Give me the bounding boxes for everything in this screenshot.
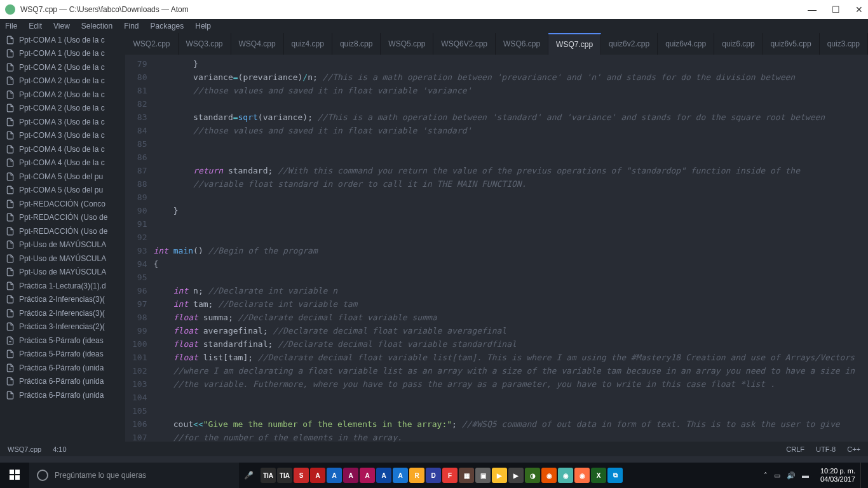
tree-item[interactable]: Ppt-Uso de MAYÚSCULA (0, 266, 125, 280)
tree-item-label: Ppt-Uso de MAYÚSCULA (19, 268, 106, 276)
tree-item[interactable]: Ppt-Uso de MAYÚSCULA (0, 238, 125, 252)
tab-quiz6-cpp[interactable]: quiz6.cpp (714, 33, 763, 55)
status-file[interactable]: WSQ7.cpp (8, 445, 41, 453)
system-tray[interactable]: ˄ ▭ 🔊 ▬ (757, 471, 815, 480)
taskbar-app-icon[interactable]: D (426, 468, 441, 483)
tree-item[interactable]: Práctica 6-Párrafo (unida (0, 361, 125, 375)
tree-item[interactable]: Ppt-REDACCIÓN (Uso de (0, 224, 125, 238)
tree-item[interactable]: Ppt-COMA 5 (Uso del pu (0, 184, 125, 198)
tree-item[interactable]: Práctica 3-Inferencias(2)( (0, 320, 125, 334)
code-content[interactable]: } variance=(prevariance)/n; //This is a … (153, 55, 868, 442)
menu-packages[interactable]: Packages (151, 22, 184, 30)
tree-item[interactable]: Ppt-COMA 3 (Uso de la c (0, 129, 125, 143)
status-cursor-position[interactable]: 4:10 (53, 445, 66, 453)
taskbar-app-icon[interactable]: A (360, 468, 375, 483)
status-encoding[interactable]: UTF-8 (816, 445, 836, 453)
taskbar-app-icon[interactable]: A (376, 468, 391, 483)
tab-quiz6v2-cpp[interactable]: quiz6v2.cpp (601, 33, 658, 55)
status-eol[interactable]: CRLF (786, 445, 804, 453)
tree-item[interactable]: Ppt-REDACCIÓN (Uso de (0, 211, 125, 225)
file-tree-sidebar[interactable]: Ppt-COMA 1 (Uso de la cPpt-COMA 1 (Uso d… (0, 33, 125, 442)
taskbar-app-icon[interactable]: A (343, 468, 358, 483)
tree-item[interactable]: Práctica 5-Párrafo (ideas (0, 334, 125, 348)
tree-item[interactable]: Práctica 6-Párrafo (unida (0, 388, 125, 402)
file-icon (5, 295, 15, 304)
maximize-button[interactable]: ☐ (832, 4, 840, 15)
taskbar-app-icon[interactable]: A (310, 468, 325, 483)
taskbar-clock[interactable]: 10:20 p. m. 04/03/2017 (815, 467, 860, 484)
tab-WSQ2-cpp[interactable]: WSQ2.cpp (125, 33, 178, 55)
tab-quiz6v4-cpp[interactable]: quiz6v4.cpp (658, 33, 714, 55)
tree-item[interactable]: Ppt-REDACCIÓN (Conco (0, 197, 125, 211)
menu-selection[interactable]: Selection (81, 22, 112, 30)
tree-item[interactable]: Práctica 2-Inferencias(3)( (0, 306, 125, 320)
minimize-button[interactable]: — (808, 4, 817, 15)
tree-item[interactable]: Ppt-COMA 2 (Uso de la c (0, 74, 125, 88)
tree-item[interactable]: Práctica 1-Lectura(3)(1).d (0, 279, 125, 293)
taskbar-app-icon[interactable]: ◉ (541, 468, 557, 483)
menu-help[interactable]: Help (195, 22, 211, 30)
atom-logo-icon (5, 4, 15, 15)
tree-item-label: Práctica 6-Párrafo (unida (19, 377, 104, 386)
tab-quiz3-cpp[interactable]: quiz3.cpp (820, 33, 868, 55)
taskbar-app-icon[interactable]: R (409, 468, 424, 483)
tab-WSQ4-cpp[interactable]: WSQ4.cpp (231, 33, 284, 55)
cortana-search[interactable]: Pregúntame lo que quieras (29, 463, 239, 488)
start-button[interactable] (0, 463, 29, 488)
mic-icon[interactable]: 🎤 (239, 471, 258, 480)
tree-item[interactable]: Ppt-COMA 1 (Uso de la c (0, 33, 125, 47)
tray-battery-icon[interactable]: ▬ (802, 471, 809, 479)
tab-quiz4-cpp[interactable]: quiz4.cpp (284, 33, 332, 55)
menu-edit[interactable]: Edit (29, 22, 42, 30)
tray-network-icon[interactable]: ▭ (774, 471, 780, 480)
file-icon (5, 240, 15, 249)
tree-item[interactable]: Ppt-COMA 4 (Uso de la c (0, 156, 125, 170)
taskbar-app-icon[interactable]: ⧉ (607, 468, 623, 483)
tree-item[interactable]: Ppt-COMA 2 (Uso de la c (0, 102, 125, 116)
taskbar-app-icon[interactable]: X (591, 468, 606, 483)
file-icon (5, 158, 15, 167)
taskbar-app-icon[interactable]: ◑ (525, 468, 540, 483)
tab-WSQ6V2-cpp[interactable]: WSQ6V2.cpp (433, 33, 496, 55)
tab-quiz6v5-cpp[interactable]: quiz6v5.cpp (763, 33, 820, 55)
tab-quiz8-cpp[interactable]: quiz8.cpp (332, 33, 381, 55)
status-language[interactable]: C++ (847, 445, 860, 453)
tree-item[interactable]: Ppt-COMA 5 (Uso del pu (0, 170, 125, 184)
tree-item-label: Ppt-COMA 1 (Uso de la c (19, 49, 105, 58)
tab-WSQ3-cpp[interactable]: WSQ3.cpp (179, 33, 231, 55)
tree-item[interactable]: Ppt-COMA 2 (Uso de la c (0, 60, 125, 74)
file-icon (5, 349, 15, 358)
taskbar-app-icon[interactable]: ▶ (492, 468, 507, 483)
tree-item[interactable]: Ppt-COMA 4 (Uso de la c (0, 142, 125, 156)
tree-item[interactable]: Práctica 5-Párrafo (ideas (0, 348, 125, 362)
tree-item[interactable]: Práctica 2-Inferencias(3)( (0, 293, 125, 307)
code-area[interactable]: 7980818283848586878889909192939495969798… (125, 55, 868, 442)
taskbar-app-icon[interactable]: F (442, 468, 458, 483)
taskbar-app-icon[interactable]: TIA (261, 468, 276, 483)
menu-find[interactable]: Find (124, 22, 139, 30)
taskbar-app-icon[interactable]: A (327, 468, 342, 483)
taskbar-app-icon[interactable]: ▦ (459, 468, 474, 483)
show-desktop-button[interactable] (860, 463, 868, 488)
taskbar-app-icon[interactable]: ◉ (558, 468, 573, 483)
tray-volume-icon[interactable]: 🔊 (787, 471, 796, 480)
tree-item[interactable]: Ppt-COMA 2 (Uso de la c (0, 88, 125, 102)
taskbar-app-icon[interactable]: ◉ (574, 468, 590, 483)
menu-view[interactable]: View (53, 22, 70, 30)
taskbar-app-icon[interactable]: A (393, 468, 408, 483)
svg-rect-4 (10, 475, 14, 480)
tab-WSQ6-cpp[interactable]: WSQ6.cpp (496, 33, 548, 55)
taskbar-app-icon[interactable]: ▣ (475, 468, 491, 483)
tree-item[interactable]: Ppt-COMA 3 (Uso de la c (0, 115, 125, 129)
taskbar-app-icon[interactable]: TIA (277, 468, 292, 483)
taskbar-app-icon[interactable]: S (294, 468, 309, 483)
close-button[interactable]: ✕ (855, 4, 863, 15)
tab-WSQ5-cpp[interactable]: WSQ5.cpp (381, 33, 433, 55)
menu-file[interactable]: File (5, 22, 17, 30)
tree-item[interactable]: Ppt-COMA 1 (Uso de la c (0, 47, 125, 61)
tree-item[interactable]: Ppt-Uso de MAYÚSCULA (0, 252, 125, 266)
tray-chevron-icon[interactable]: ˄ (764, 471, 768, 480)
tab-WSQ7-cpp[interactable]: WSQ7.cpp (548, 33, 601, 55)
tree-item[interactable]: Práctica 6-Párrafo (unida (0, 375, 125, 389)
taskbar-app-icon[interactable]: ▶ (508, 468, 524, 483)
